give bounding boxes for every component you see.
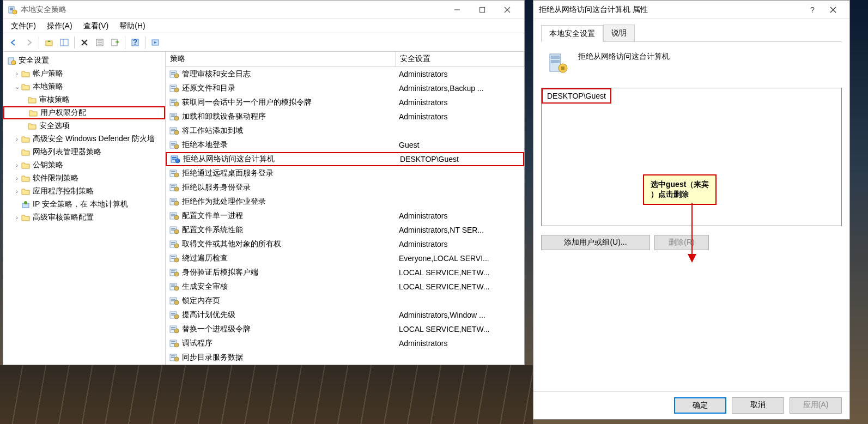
policy-row[interactable]: 锁定内存页: [166, 294, 524, 308]
svg-rect-71: [171, 228, 175, 229]
policy-setting-cell: Administrators: [396, 69, 524, 80]
policy-icon: [169, 324, 180, 334]
forward-button[interactable]: [22, 35, 36, 50]
tree-account-policy[interactable]: › 帐户策略: [3, 67, 165, 80]
svg-rect-103: [171, 341, 175, 342]
svg-rect-36: [171, 102, 175, 103]
header-setting[interactable]: 安全设置: [396, 52, 524, 66]
list-pane: 策略 安全设置 管理审核和安全日志Administrators还原文件和目录Ad…: [166, 52, 524, 365]
dialog-titlebar[interactable]: 拒绝从网络访问这台计算机 属性 ?: [533, 1, 849, 19]
server-icon: [547, 52, 568, 74]
chevron-right-icon[interactable]: ›: [13, 162, 21, 168]
delete-button[interactable]: [77, 35, 92, 50]
policy-row[interactable]: 配置文件系统性能Administrators,NT SER...: [166, 223, 524, 237]
add-user-button[interactable]: 添加用户或组(U)...: [541, 235, 650, 250]
tree-user-rights[interactable]: 用户权限分配: [3, 106, 165, 119]
policy-row[interactable]: 调试程序Administrators: [166, 336, 524, 350]
ok-button[interactable]: 确定: [674, 397, 726, 414]
chevron-down-icon[interactable]: ⌄: [13, 83, 21, 90]
menu-view[interactable]: 查看(V): [79, 20, 113, 33]
policy-row[interactable]: 拒绝通过远程桌面服务登录: [166, 166, 524, 180]
window-controls: [445, 1, 520, 19]
tree-adv-audit[interactable]: › 高级审核策略配置: [3, 211, 165, 224]
policy-row[interactable]: 提高计划优先级Administrators,Window ...: [166, 308, 524, 322]
tree-soft-restrict[interactable]: › 软件限制策略: [3, 172, 165, 185]
user-entry-guest[interactable]: DESKTOP\Guest: [542, 88, 611, 104]
chevron-right-icon[interactable]: ›: [13, 214, 21, 221]
properties-button[interactable]: [93, 35, 107, 50]
chevron-right-icon[interactable]: ›: [13, 175, 21, 181]
user-listbox[interactable]: DESKTOP\Guest: [541, 88, 842, 226]
svg-rect-35: [171, 100, 175, 101]
policy-icon: [169, 168, 180, 178]
policy-row[interactable]: 加载和卸载设备驱动程序Administrators: [166, 110, 524, 124]
tree-audit-policy[interactable]: 审核策略: [3, 93, 165, 106]
policy-row[interactable]: 生成安全审核LOCAL SERVICE,NETW...: [166, 280, 524, 294]
menu-help[interactable]: 帮助(H): [115, 20, 149, 33]
tree-pubkey[interactable]: › 公钥策略: [3, 159, 165, 172]
policy-name-text: 拒绝从网络访问这台计算机: [183, 154, 275, 164]
policy-setting-cell: Administrators: [396, 239, 524, 250]
policy-name-text: 拒绝从网络访问这台计算机: [578, 52, 670, 62]
tree-label: 应用程序控制策略: [33, 186, 94, 196]
remove-button[interactable]: 删除(R): [654, 235, 709, 250]
policy-list[interactable]: 管理审核和安全日志Administrators还原文件和目录Administra…: [166, 67, 524, 365]
tree-ipsec[interactable]: IP 安全策略，在 本地计算机: [3, 198, 165, 211]
tree-label: 安全设置: [19, 56, 49, 65]
policy-setting-cell: LOCAL SERVICE,NETW...: [396, 281, 524, 292]
tree-netlist[interactable]: 网络列表管理器策略: [3, 146, 165, 159]
policy-row[interactable]: 将工作站添加到域: [166, 124, 524, 138]
header-policy[interactable]: 策略: [166, 52, 396, 66]
action-button[interactable]: [148, 35, 162, 50]
up-folder-button[interactable]: [42, 35, 56, 50]
policy-row[interactable]: 替换一个进程级令牌LOCAL SERVICE,NETW...: [166, 322, 524, 336]
policy-name-text: 绕过遍历检查: [182, 253, 228, 263]
policy-row[interactable]: 管理审核和安全日志Administrators: [166, 67, 524, 81]
minimize-button[interactable]: [445, 1, 470, 19]
tree-security-options[interactable]: 安全选项: [3, 119, 165, 132]
policy-row[interactable]: 同步目录服务数据: [166, 350, 524, 365]
policy-row[interactable]: 拒绝以服务身份登录: [166, 180, 524, 195]
close-button[interactable]: [822, 1, 844, 19]
titlebar[interactable]: 本地安全策略: [3, 1, 524, 19]
maximize-button[interactable]: [470, 1, 495, 19]
policy-row[interactable]: 获取同一会话中另一个用户的模拟令牌Administrators: [166, 95, 524, 110]
policy-name-cell: 拒绝从网络访问这台计算机: [167, 153, 397, 165]
policy-row[interactable]: 配置文件单一进程Administrators: [166, 209, 524, 223]
policy-icon: [169, 296, 180, 306]
chevron-right-icon[interactable]: ›: [13, 188, 21, 195]
back-button[interactable]: [7, 35, 21, 50]
chevron-right-icon[interactable]: ›: [13, 136, 21, 142]
help-button[interactable]: ?: [803, 1, 822, 19]
body-split: 安全设置 › 帐户策略 ⌄ 本地策略 审核策略 用户权限分配: [3, 52, 524, 365]
tab-description[interactable]: 说明: [603, 25, 635, 41]
help-button[interactable]: ?: [128, 35, 142, 50]
svg-rect-60: [171, 187, 175, 188]
menu-file[interactable]: 文件(F): [7, 20, 40, 33]
policy-row[interactable]: 身份验证后模拟客户端LOCAL SERVICE,NETW...: [166, 265, 524, 280]
export-button[interactable]: [108, 35, 122, 50]
tree-local-policy[interactable]: ⌄ 本地策略: [3, 80, 165, 93]
cancel-button[interactable]: 取消: [732, 397, 784, 414]
tree-label: IP 安全策略，在 本地计算机: [33, 199, 128, 209]
tab-local-security[interactable]: 本地安全设置: [541, 25, 603, 42]
apply-button[interactable]: 应用(A): [790, 397, 842, 414]
policy-row[interactable]: 取得文件或其他对象的所有权Administrators: [166, 237, 524, 251]
policy-row[interactable]: 拒绝作为批处理作业登录: [166, 195, 524, 209]
separator: [39, 37, 39, 49]
close-button[interactable]: [495, 1, 520, 19]
policy-row[interactable]: 绕过遍历检查Everyone,LOCAL SERVI...: [166, 251, 524, 265]
policy-row[interactable]: 还原文件和目录Administrators,Backup ...: [166, 81, 524, 95]
tree-defender[interactable]: › 高级安全 Windows Defender 防火墙: [3, 132, 165, 146]
tree-root-security[interactable]: 安全设置: [3, 54, 165, 67]
policy-row[interactable]: 拒绝从网络访问这台计算机DESKTOP\Guest: [166, 152, 524, 166]
tree-pane[interactable]: 安全设置 › 帐户策略 ⌄ 本地策略 审核策略 用户权限分配: [3, 52, 166, 365]
chevron-right-icon[interactable]: ›: [13, 70, 21, 77]
policy-name-cell: 提高计划优先级: [166, 309, 396, 321]
folder-icon: [27, 121, 37, 131]
tree-app-control[interactable]: › 应用程序控制策略: [3, 185, 165, 198]
show-hide-tree-button[interactable]: [57, 35, 71, 50]
menu-action[interactable]: 操作(A): [43, 20, 77, 33]
user-buttons-row: 添加用户或组(U)... 删除(R): [541, 235, 842, 250]
policy-row[interactable]: 拒绝本地登录Guest: [166, 138, 524, 152]
